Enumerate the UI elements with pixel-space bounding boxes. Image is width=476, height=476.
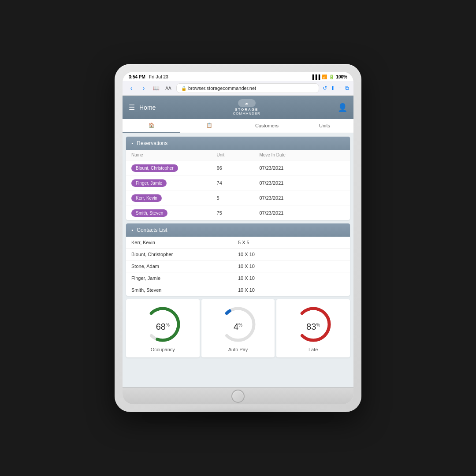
- reservation-unit-3: 75: [217, 210, 260, 216]
- reservations-table: Name Unit Move In Date Blount, Christoph…: [126, 150, 350, 220]
- contacts-table: Kerr, Kevin 5 X 5 Blount, Christopher 10…: [126, 237, 350, 296]
- autopay-gauge: 4%: [218, 305, 258, 344]
- occupancy-value: 68%: [156, 322, 170, 332]
- tab-customers[interactable]: Customers: [238, 119, 296, 133]
- reader-button[interactable]: AA: [164, 84, 173, 93]
- status-indicators: ▐▐▐ 📶 🔋 100%: [311, 74, 347, 79]
- reservations-header: ▪ Reservations: [126, 137, 350, 150]
- reservation-date-1: 07/23/2021: [259, 180, 345, 186]
- late-number: 83: [306, 322, 316, 331]
- new-tab-button[interactable]: +: [338, 85, 342, 91]
- contacts-header: ▪ Contacts List: [126, 223, 350, 237]
- occupancy-number: 68: [156, 322, 166, 331]
- units-tab-label: Units: [319, 123, 330, 128]
- reservation-date-3: 07/23/2021: [259, 210, 345, 216]
- reservation-date-2: 07/23/2021: [259, 195, 345, 201]
- page-title: Home: [139, 104, 156, 111]
- signal-icon: ▐▐▐: [311, 74, 320, 79]
- contacts-title: Contacts List: [137, 227, 167, 233]
- share-button[interactable]: ⬆: [331, 85, 335, 91]
- browser-bar: ‹ › 📖 AA 🔒 browser.storagecommander.net …: [123, 81, 353, 96]
- status-bar: 3:54 PM Fri Jul 23 ▐▐▐ 📶 🔋 100%: [123, 72, 353, 81]
- table-row[interactable]: Kerr, Kevin 5 X 5: [126, 237, 350, 249]
- contact-name-1: Blount, Christopher: [131, 252, 238, 257]
- lock-icon: 🔒: [181, 86, 186, 91]
- table-row[interactable]: Finger, Jamie 74 07/23/2021: [126, 175, 350, 190]
- occupancy-gauge: 68%: [143, 305, 182, 344]
- autopay-gauge-card: 4% Auto Pay: [201, 299, 275, 357]
- table-row[interactable]: Smith, Steven 10 X 10: [126, 284, 350, 296]
- contact-unit-2: 10 X 10: [238, 264, 345, 269]
- col-date: Move In Date: [259, 152, 345, 157]
- browser-actions: ↺ ⬆ + ⧉: [323, 85, 349, 91]
- reload-button[interactable]: ↺: [323, 85, 327, 91]
- home-button-area: [123, 387, 353, 404]
- wifi-icon: 📶: [322, 74, 327, 79]
- late-percent-sign: %: [316, 323, 320, 327]
- reservation-name-2: Kerr, Kevin: [131, 193, 217, 202]
- reservation-unit-1: 74: [217, 180, 260, 186]
- tabs-button[interactable]: ⧉: [345, 85, 349, 91]
- table-row[interactable]: Smith, Steven 75 07/23/2021: [126, 205, 350, 220]
- reservation-unit-2: 5: [217, 195, 260, 201]
- contact-unit-1: 10 X 10: [238, 252, 345, 257]
- occupancy-label: Occupancy: [151, 347, 175, 352]
- tab-reservations[interactable]: 📋: [180, 119, 238, 133]
- bookmarks-button[interactable]: 📖: [152, 84, 160, 93]
- back-button[interactable]: ‹: [127, 84, 136, 93]
- tablet-device: 3:54 PM Fri Jul 23 ▐▐▐ 📶 🔋 100% ‹ › 📖 AA…: [115, 64, 361, 412]
- col-unit: Unit: [217, 152, 260, 157]
- contact-name-4: Smith, Steven: [131, 287, 238, 293]
- reservation-name-0: Blount, Christopher: [131, 164, 217, 172]
- contacts-icon: ▪: [131, 227, 133, 233]
- contact-unit-4: 10 X 10: [238, 287, 345, 293]
- battery-icon: 🔋: [329, 74, 334, 79]
- menu-button[interactable]: ☰: [129, 103, 135, 112]
- reservations-title: Reservations: [137, 140, 167, 146]
- reservations-tab-icon: 📋: [206, 123, 212, 128]
- table-row[interactable]: Blount, Christopher 10 X 10: [126, 249, 350, 260]
- gauges-row: 68% Occupancy 4%: [126, 299, 350, 357]
- url-bar[interactable]: 🔒 browser.storagecommander.net: [176, 83, 319, 93]
- autopay-value: 4%: [234, 322, 242, 332]
- contact-unit-0: 5 X 5: [238, 240, 345, 245]
- occupancy-percent-sign: %: [166, 323, 170, 327]
- contacts-section: ▪ Contacts List Kerr, Kevin 5 X 5 Blount…: [126, 223, 350, 296]
- autopay-label: Auto Pay: [228, 347, 248, 352]
- header-left: ☰ Home: [129, 103, 156, 112]
- forward-button[interactable]: ›: [139, 84, 148, 93]
- tab-home[interactable]: 🏠: [123, 119, 180, 133]
- reservations-section: ▪ Reservations Name Unit Move In Date Bl…: [126, 137, 350, 220]
- autopay-percent-sign: %: [238, 323, 242, 327]
- tab-units[interactable]: Units: [296, 119, 353, 133]
- reservation-unit-0: 66: [217, 165, 260, 171]
- reservation-name-1: Finger, Jamie: [131, 178, 217, 187]
- table-row[interactable]: Blount, Christopher 66 07/23/2021: [126, 160, 350, 175]
- user-icon[interactable]: 👤: [338, 103, 347, 112]
- reservations-icon: ▪: [131, 140, 133, 146]
- home-tab-icon: 🏠: [149, 123, 155, 128]
- late-value: 83%: [306, 322, 320, 332]
- table-row[interactable]: Stone, Adam 10 X 10: [126, 260, 350, 272]
- late-gauge: 83%: [294, 305, 333, 344]
- url-text: browser.storagecommander.net: [188, 86, 256, 91]
- logo-text-line2: COMMANDER: [233, 112, 260, 115]
- table-row[interactable]: Kerr, Kevin 5 07/23/2021: [126, 190, 350, 205]
- status-time: 3:54 PM: [129, 74, 145, 79]
- home-button[interactable]: [231, 390, 245, 403]
- reservations-column-headers: Name Unit Move In Date: [126, 150, 350, 160]
- customers-tab-label: Customers: [255, 123, 279, 128]
- autopay-number: 4: [234, 322, 238, 331]
- table-row[interactable]: Finger, Jamie 10 X 10: [126, 272, 350, 284]
- tablet-shadow: [139, 412, 337, 421]
- status-date: Fri Jul 23: [149, 74, 168, 79]
- logo-cloud: ☁: [238, 99, 256, 107]
- contact-name-2: Stone, Adam: [131, 264, 238, 269]
- contact-name-3: Finger, Jamie: [131, 275, 238, 281]
- tablet-screen: 3:54 PM Fri Jul 23 ▐▐▐ 📶 🔋 100% ‹ › 📖 AA…: [123, 72, 353, 404]
- contact-unit-3: 10 X 10: [238, 275, 345, 281]
- app-logo: ☁ STORAGE COMMANDER: [233, 99, 260, 115]
- late-gauge-card: 83% Late: [276, 299, 350, 357]
- logo-text-line1: STORAGE: [235, 108, 258, 112]
- late-label: Late: [309, 347, 318, 352]
